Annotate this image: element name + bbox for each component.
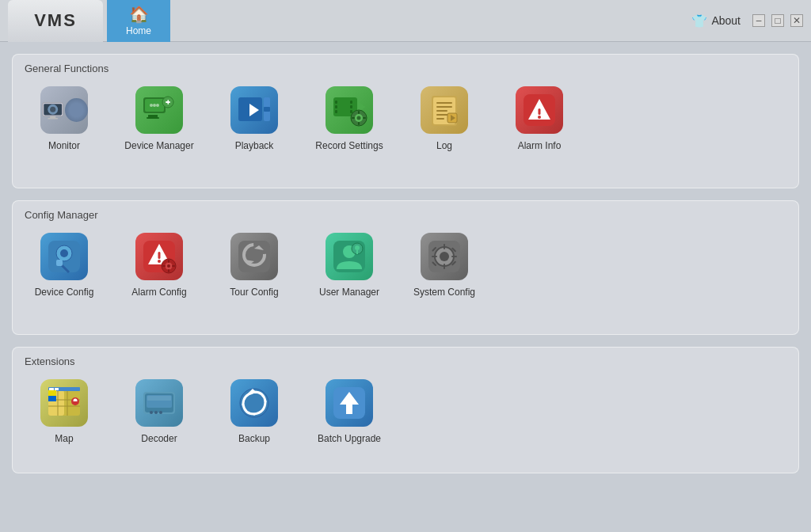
device-manager-icon [135, 86, 183, 134]
playback-label: Playback [235, 140, 274, 153]
svg-point-99 [150, 411, 153, 414]
svg-rect-89 [55, 388, 59, 390]
log-item[interactable]: Log [409, 86, 480, 153]
svg-rect-32 [358, 122, 360, 125]
restore-button[interactable]: □ [771, 14, 784, 27]
tour-config-item[interactable]: Tour Config [219, 233, 290, 299]
batch-upgrade-item[interactable]: Batch Upgrade [314, 379, 385, 446]
svg-rect-39 [436, 110, 447, 112]
config-manager-panel: Config Manager Device Config [12, 200, 799, 335]
svg-rect-45 [539, 108, 541, 115]
record-settings-item[interactable]: Record Settings [314, 86, 385, 153]
logo-text: VMS [34, 10, 77, 31]
svg-rect-61 [172, 265, 175, 267]
user-manager-icon [326, 233, 373, 280]
close-button[interactable]: ✕ [790, 14, 803, 27]
svg-rect-75 [432, 256, 437, 257]
map-item[interactable]: Map [29, 379, 100, 446]
svg-rect-38 [436, 106, 452, 108]
svg-rect-4 [50, 116, 55, 118]
playback-item[interactable]: Playback [219, 86, 290, 153]
main-content: General Functions Monitor [0, 42, 811, 485]
svg-rect-73 [444, 244, 445, 249]
monitor-item[interactable]: Monitor [29, 86, 100, 153]
svg-point-57 [167, 264, 170, 268]
svg-rect-26 [350, 110, 352, 113]
decoder-item[interactable]: Decoder [124, 379, 195, 446]
svg-point-46 [538, 116, 541, 119]
svg-rect-51 [56, 260, 63, 266]
svg-point-3 [50, 107, 55, 112]
svg-rect-53 [158, 252, 161, 259]
svg-point-49 [60, 249, 68, 257]
tshirt-icon: 👕 [691, 13, 707, 28]
alarm-config-icon [135, 233, 183, 280]
user-manager-item[interactable]: User Manager [314, 233, 385, 299]
log-label: Log [436, 140, 452, 153]
svg-rect-9 [147, 117, 159, 119]
svg-rect-34 [363, 117, 366, 119]
window-controls: – □ ✕ [752, 14, 803, 27]
general-functions-grid: Monitor [29, 86, 782, 153]
device-config-item[interactable]: Device Config [29, 233, 100, 299]
config-manager-title: Config Manager [25, 209, 98, 221]
svg-rect-23 [335, 110, 337, 113]
alarm-info-item[interactable]: Alarm Info [504, 86, 575, 153]
svg-rect-24 [350, 101, 352, 104]
batch-upgrade-icon [326, 379, 373, 427]
minimize-button[interactable]: – [752, 14, 765, 27]
device-manager-item[interactable]: Device Manager [124, 86, 195, 153]
tour-config-icon [230, 233, 278, 280]
home-icon: 🏠 [129, 5, 149, 24]
system-config-label: System Config [413, 287, 475, 299]
svg-point-72 [440, 252, 449, 261]
svg-rect-58 [168, 260, 169, 263]
svg-rect-33 [352, 117, 355, 119]
log-icon [421, 86, 468, 134]
system-config-icon [421, 233, 468, 280]
extensions-grid: Map Decoder [29, 379, 782, 446]
backup-item[interactable]: Backup [219, 379, 290, 446]
svg-rect-41 [436, 118, 444, 120]
monitor-label: Monitor [48, 140, 80, 153]
system-config-item[interactable]: System Config [409, 233, 480, 299]
svg-rect-60 [162, 265, 166, 267]
svg-rect-98 [147, 396, 171, 401]
svg-point-13 [150, 104, 153, 107]
svg-rect-59 [168, 269, 169, 272]
about-button[interactable]: 👕 About [691, 13, 741, 28]
extensions-panel: Extensions [12, 347, 799, 473]
svg-point-15 [156, 104, 159, 107]
home-tab-label: Home [126, 25, 151, 36]
svg-rect-21 [335, 101, 337, 104]
general-functions-panel: General Functions Monitor [12, 54, 799, 188]
svg-rect-8 [148, 115, 158, 117]
playback-icon [230, 86, 278, 134]
svg-rect-37 [436, 102, 452, 104]
svg-rect-76 [451, 256, 457, 257]
map-label: Map [55, 433, 73, 446]
svg-rect-25 [350, 105, 352, 108]
svg-point-54 [158, 260, 161, 263]
svg-rect-31 [358, 111, 360, 114]
home-tab[interactable]: 🏠 Home [107, 0, 170, 42]
titlebar: VMS 🏠 Home 👕 About – □ ✕ [0, 0, 811, 42]
monitor-icon [40, 86, 88, 134]
record-settings-icon [326, 86, 373, 134]
app-logo: VMS [8, 0, 103, 42]
alarm-config-item[interactable]: Alarm Config [124, 233, 195, 299]
general-functions-title: General Functions [25, 63, 109, 74]
svg-rect-19 [264, 107, 270, 112]
decoder-icon [135, 379, 183, 427]
map-icon [40, 379, 88, 427]
alarm-info-icon [516, 86, 563, 134]
batch-upgrade-label: Batch Upgrade [318, 433, 381, 446]
svg-point-101 [159, 411, 162, 414]
svg-point-30 [357, 116, 361, 120]
svg-rect-91 [48, 396, 56, 401]
config-manager-grid: Device Config [29, 233, 782, 299]
backup-icon [230, 379, 278, 427]
extensions-title: Extensions [25, 355, 75, 367]
device-config-label: Device Config [35, 287, 94, 299]
svg-rect-88 [49, 388, 54, 390]
